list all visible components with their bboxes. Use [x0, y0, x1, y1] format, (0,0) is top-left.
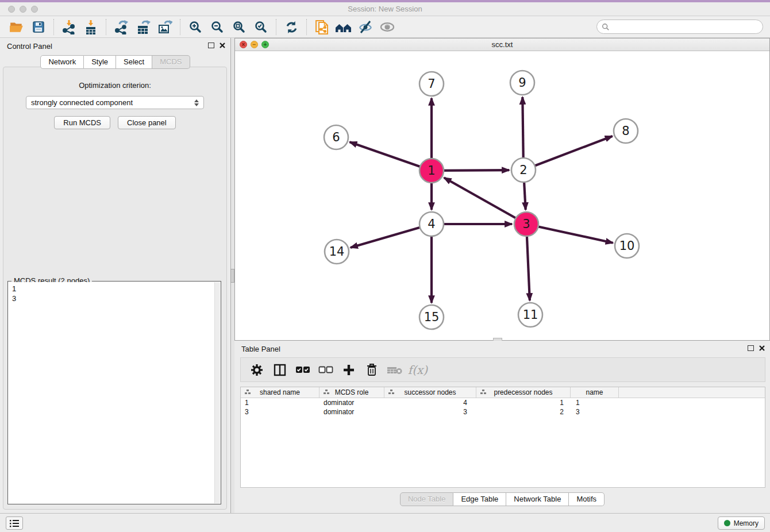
tab-mcds[interactable]: MCDS [152, 55, 190, 69]
table-cell[interactable]: 2 [476, 407, 571, 417]
deselect-all-button[interactable] [315, 360, 336, 380]
close-table-panel-icon[interactable] [759, 345, 765, 352]
table-panel: Table Panel [234, 341, 770, 513]
table-cell[interactable]: dominator [319, 407, 384, 417]
float-table-panel-icon[interactable] [748, 345, 754, 351]
plus-icon [342, 363, 356, 377]
flatten-tree-icon [324, 390, 330, 395]
graph-node-8[interactable]: 8 [614, 119, 638, 143]
graph-node-6[interactable]: 6 [324, 125, 348, 149]
vertical-splitter-handle[interactable] [230, 269, 234, 283]
table-row[interactable]: 1dominator411 [241, 398, 765, 407]
new-network-from-selection-button[interactable] [311, 18, 333, 36]
column-header-predecessor-nodes[interactable]: predecessor nodes [476, 387, 571, 398]
graph-node-1[interactable]: 1 [419, 159, 444, 183]
export-table-button[interactable] [132, 18, 154, 36]
apply-function-button[interactable]: f(x) [407, 360, 428, 380]
network-window-titlebar[interactable]: × − + scc.txt [235, 38, 769, 51]
graph-edge-3-10[interactable] [526, 224, 613, 243]
table-cell[interactable]: 3 [241, 407, 319, 417]
zoom-out-button[interactable] [206, 18, 228, 36]
search-field[interactable] [596, 20, 763, 34]
delete-column-button[interactable] [361, 360, 382, 380]
task-history-button[interactable] [6, 516, 23, 530]
network-canvas[interactable]: 7968124314101511 [235, 51, 769, 340]
open-session-button[interactable] [6, 18, 28, 36]
search-input[interactable] [612, 22, 763, 31]
table-toolbar: f(x) [240, 357, 765, 382]
save-session-button[interactable] [28, 18, 49, 36]
main-titlebar[interactable]: Session: New Session [0, 2, 770, 16]
toolbar-separator [53, 19, 54, 35]
optimization-criterion-label: Optimization criterion: [3, 81, 226, 90]
import-table-button[interactable] [80, 18, 102, 36]
zoom-in-button[interactable] [184, 18, 206, 36]
graph-node-label: 4 [428, 217, 435, 231]
column-header-shared-name[interactable]: shared name [241, 387, 319, 398]
column-header-MCDS-role[interactable]: MCDS role [319, 387, 384, 398]
show-column-button[interactable] [270, 360, 290, 380]
export-network-button[interactable] [110, 18, 132, 36]
graph-edge-2-8[interactable] [523, 136, 613, 170]
zoom-fit-icon [232, 20, 246, 34]
graph-node-label: 15 [424, 310, 440, 324]
first-neighbors-button[interactable] [333, 18, 355, 36]
tab-style[interactable]: Style [84, 55, 116, 69]
export-image-button[interactable] [154, 18, 176, 36]
tab-network[interactable]: Network [40, 55, 84, 69]
table-cell[interactable]: 1 [241, 398, 319, 407]
graph-node-3[interactable]: 3 [514, 212, 538, 236]
graph-node-4[interactable]: 4 [419, 212, 444, 236]
table-row[interactable]: 3dominator323 [241, 407, 765, 417]
graph-node-14[interactable]: 14 [325, 240, 349, 264]
delete-table-button[interactable] [384, 360, 405, 380]
table-cell[interactable]: 1 [476, 398, 571, 407]
select-all-button[interactable] [292, 360, 313, 380]
main-toolbar [0, 17, 770, 38]
table-cell[interactable]: 4 [384, 398, 476, 407]
graph-node-label: 14 [329, 245, 345, 259]
column-header-successor-nodes[interactable]: successor nodes [384, 387, 476, 398]
tab-node-table[interactable]: Node Table [400, 492, 454, 506]
graph-node-label: 9 [518, 76, 526, 90]
tab-motifs[interactable]: Motifs [569, 492, 605, 506]
graph-edge-3-1[interactable] [444, 178, 526, 224]
graph-edge-1-6[interactable] [350, 142, 432, 171]
zoom-selected-button[interactable] [250, 18, 272, 36]
network-view-window: × − + scc.txt 7968124314101511 [234, 38, 770, 341]
graph-node-11[interactable]: 11 [518, 303, 542, 327]
close-panel-icon[interactable] [219, 42, 226, 49]
close-panel-button[interactable]: Close panel [118, 116, 176, 129]
function-icon: f(x) [408, 363, 428, 377]
add-column-button[interactable] [338, 360, 359, 380]
run-mcds-button[interactable]: Run MCDS [54, 116, 110, 129]
show-all-button[interactable] [376, 18, 398, 36]
graph-node-2[interactable]: 2 [511, 158, 536, 182]
tab-edge-table[interactable]: Edge Table [453, 492, 506, 506]
optimization-criterion-select[interactable]: strongly connected component [26, 96, 204, 109]
graph-node-7[interactable]: 7 [419, 72, 444, 96]
tab-select[interactable]: Select [116, 55, 152, 69]
mcds-result-list[interactable]: 13 [9, 282, 220, 503]
graph-node-10[interactable]: 10 [615, 234, 639, 258]
import-table-icon [83, 20, 98, 34]
apply-layout-button[interactable] [280, 18, 302, 36]
table-cell[interactable]: 1 [571, 398, 619, 407]
table-settings-button[interactable] [247, 360, 267, 380]
result-scrollbar[interactable] [214, 282, 220, 503]
table-cell[interactable]: 3 [384, 407, 476, 417]
float-panel-icon[interactable] [208, 43, 214, 48]
open-folder-icon [9, 20, 24, 34]
tab-network-table[interactable]: Network Table [506, 492, 569, 506]
table-cell[interactable]: dominator [319, 398, 384, 407]
hide-selected-button[interactable] [355, 18, 376, 36]
graph-node-15[interactable]: 15 [419, 305, 444, 329]
column-header-name[interactable]: name [571, 387, 619, 398]
memory-label: Memory [734, 519, 759, 527]
graph-node-9[interactable]: 9 [510, 71, 534, 95]
import-network-button[interactable] [58, 18, 80, 36]
zoom-fit-button[interactable] [228, 18, 250, 36]
memory-button[interactable]: Memory [718, 516, 765, 530]
table-cell[interactable]: 3 [571, 407, 619, 417]
graph-node-label: 3 [522, 217, 530, 231]
